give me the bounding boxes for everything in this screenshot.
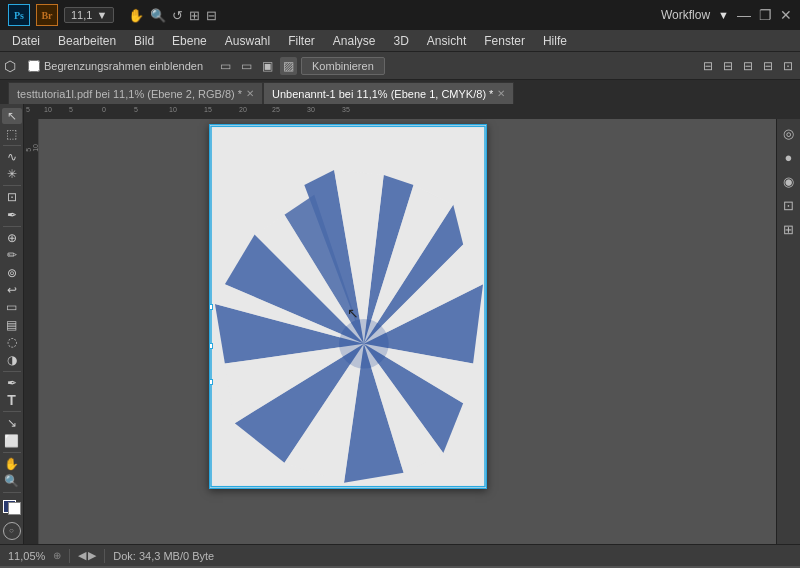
tab-bar: testtutoria1l.pdf bei 11,1% (Ebene 2, RG… [0, 80, 800, 104]
anchor-point-left3[interactable] [209, 379, 213, 385]
mode-indicator[interactable]: 11,1 ▼ [64, 7, 114, 23]
nav-left-icon[interactable]: ◀ [78, 549, 86, 562]
arrange-icon2[interactable]: ⊡ [780, 57, 796, 75]
lasso-tool-icon[interactable]: ∿ [2, 149, 22, 165]
zoom-value: 11,05% [8, 550, 45, 562]
ruler-tick-label: 15 [204, 106, 212, 113]
ps-logo-icon[interactable]: Ps [8, 4, 30, 26]
begrenzungsrahmen-checkbox[interactable] [28, 60, 40, 72]
ruler-horizontal: 5 10 5 0 5 10 15 20 25 30 35 [24, 104, 800, 119]
dodge-tool-icon[interactable]: ◑ [2, 351, 22, 367]
workflow-label: Workflow [661, 8, 710, 22]
styles-panel-icon[interactable]: ⊞ [779, 219, 799, 239]
anchor-point-left[interactable] [209, 304, 213, 310]
history-brush-icon[interactable]: ↩ [2, 282, 22, 298]
workflow-arrow-icon: ▼ [718, 9, 729, 21]
menu-fenster[interactable]: Fenster [476, 32, 533, 50]
eyedropper-icon[interactable]: ✒ [2, 207, 22, 223]
color-swatch[interactable] [3, 500, 21, 515]
menu-auswahl[interactable]: Auswahl [217, 32, 278, 50]
zoom-tool-icon2[interactable]: 🔍 [2, 473, 22, 489]
tab-unbenannt[interactable]: Unbenannt-1 bei 11,1% (Ebene 1, CMYK/8) … [263, 82, 514, 104]
clone-stamp-icon[interactable]: ⊚ [2, 264, 22, 280]
ruler-tick-label: 35 [342, 106, 350, 113]
menu-filter[interactable]: Filter [280, 32, 323, 50]
left-toolbar: ↖ ⬚ ∿ ✳ ⊡ ✒ ⊕ ✏ ⊚ ↩ ▭ ▤ ◌ ◑ ✒ T ↘ ⬜ ✋ 🔍 … [0, 104, 24, 544]
canvas-area: ↖ [39, 119, 776, 529]
tab-unbenannt-close[interactable]: ✕ [497, 88, 505, 99]
channels-panel-icon[interactable]: ● [779, 147, 799, 167]
quick-mask-icon[interactable]: ○ [3, 522, 21, 540]
canvas-document [209, 124, 487, 489]
nav-right-icon[interactable]: ▶ [88, 549, 96, 562]
ruler-v-numbers: 5 10 15 20 25 30 [25, 124, 39, 152]
path-select-icon[interactable]: ↘ [2, 415, 22, 431]
tool-separator-3 [3, 226, 21, 227]
ruler-tick-label: 5 [26, 106, 30, 113]
menu-ansicht[interactable]: Ansicht [419, 32, 474, 50]
gradient-tool-icon[interactable]: ▤ [2, 317, 22, 333]
ruler-tick-label: 10 [44, 106, 52, 113]
nav-arrows: ◀ ▶ [78, 549, 96, 562]
selection-tool-icon[interactable]: ⬡ [4, 58, 16, 74]
mode-value: 11,1 [71, 9, 92, 21]
br-logo-icon[interactable]: Br [36, 4, 58, 26]
crop-tool-icon[interactable]: ⊡ [2, 189, 22, 205]
ruler-tick-label: 10 [169, 106, 177, 113]
align-center-icon[interactable]: ⊟ [720, 57, 736, 75]
adjustments-panel-icon[interactable]: ⊡ [779, 195, 799, 215]
magic-wand-icon[interactable]: ✳ [2, 166, 22, 182]
tab-testtutorial-close[interactable]: ✕ [246, 88, 254, 99]
menu-analyse[interactable]: Analyse [325, 32, 384, 50]
minimize-button[interactable]: — [737, 7, 751, 23]
tool-separator-2 [3, 185, 21, 186]
menu-hilfe[interactable]: Hilfe [535, 32, 575, 50]
rect-select-icon[interactable]: ▭ [217, 57, 234, 75]
title-bar: Ps Br 11,1 ▼ ✋ 🔍 ↺ ⊞ ⊟ Workflow ▼ — ❐ ✕ [0, 0, 800, 30]
status-bar: 11,05% ⊕ ◀ ▶ Dok: 34,3 MB/0 Byte [0, 544, 800, 566]
restore-button[interactable]: ❐ [759, 7, 772, 23]
subtract-select-icon[interactable]: ▭ [238, 57, 255, 75]
status-separator-2 [104, 549, 105, 563]
tab-unbenannt-label: Unbenannt-1 bei 11,1% (Ebene 1, CMYK/8) … [272, 88, 493, 100]
close-button[interactable]: ✕ [780, 7, 792, 23]
align-left-icon[interactable]: ⊟ [700, 57, 716, 75]
anchor-point-left2[interactable] [209, 343, 213, 349]
distribute-icon[interactable]: ⊟ [760, 57, 776, 75]
ruler-tick-label: 5 [134, 106, 138, 113]
active-select-icon[interactable]: ▨ [280, 57, 297, 75]
mode-arrow-icon: ▼ [96, 9, 107, 21]
marquee-tool-icon[interactable]: ⬚ [2, 125, 22, 141]
layers-panel-icon[interactable]: ◎ [779, 123, 799, 143]
arrange-icon[interactable]: ⊟ [206, 8, 217, 23]
zoom-tool-icon[interactable]: 🔍 [150, 8, 166, 23]
menu-ebene[interactable]: Ebene [164, 32, 215, 50]
tab-testtutorial[interactable]: testtutoria1l.pdf bei 11,1% (Ebene 2, RG… [8, 82, 263, 104]
pen-tool-icon[interactable]: ✒ [2, 375, 22, 391]
move-tool-icon[interactable]: ↖ [2, 108, 22, 124]
shape-tool-icon[interactable]: ⬜ [2, 432, 22, 448]
kombinieren-button[interactable]: Kombinieren [301, 57, 385, 75]
screen-mode-icon[interactable]: ⊞ [189, 8, 200, 23]
rotate-tool-icon[interactable]: ↺ [172, 8, 183, 23]
tool-separator-7 [3, 492, 21, 493]
eraser-tool-icon[interactable]: ▭ [2, 299, 22, 315]
brush-tool-icon[interactable]: ✏ [2, 247, 22, 263]
blur-tool-icon[interactable]: ◌ [2, 334, 22, 350]
intersect-select-icon[interactable]: ▣ [259, 57, 276, 75]
text-tool-icon[interactable]: T [2, 392, 22, 408]
menu-bearbeiten[interactable]: Bearbeiten [50, 32, 124, 50]
tool-separator-1 [3, 145, 21, 146]
right-panel: ◎ ● ◉ ⊡ ⊞ [776, 119, 800, 544]
healing-brush-icon[interactable]: ⊕ [2, 230, 22, 246]
status-separator-1 [69, 549, 70, 563]
hand-tool-icon2[interactable]: ✋ [2, 456, 22, 472]
align-right-icon[interactable]: ⊟ [740, 57, 756, 75]
ruler-vertical: 5 10 15 20 25 30 [24, 119, 39, 544]
background-color[interactable] [8, 502, 21, 515]
menu-bild[interactable]: Bild [126, 32, 162, 50]
paths-panel-icon[interactable]: ◉ [779, 171, 799, 191]
menu-3d[interactable]: 3D [386, 32, 417, 50]
hand-tool-icon[interactable]: ✋ [128, 8, 144, 23]
menu-datei[interactable]: Datei [4, 32, 48, 50]
